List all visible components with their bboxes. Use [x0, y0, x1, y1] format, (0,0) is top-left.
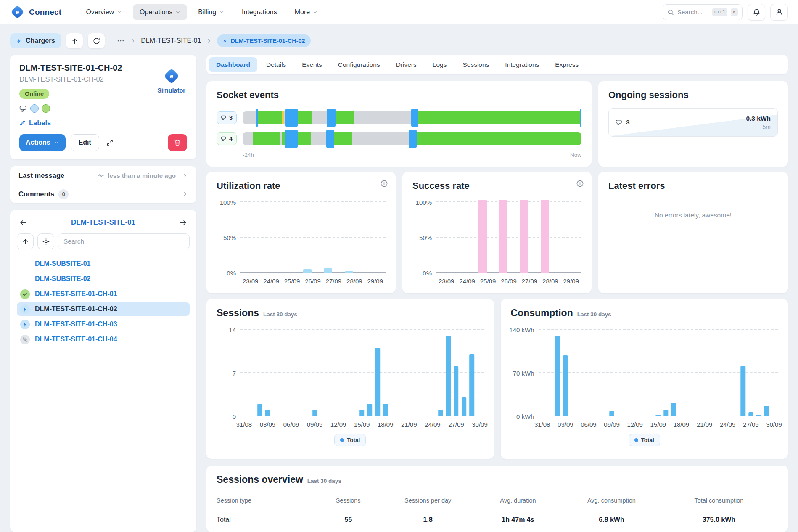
- tab-sessions[interactable]: Sessions: [455, 57, 496, 72]
- bar-slot: [256, 324, 264, 416]
- tree-locate-button[interactable]: [37, 233, 54, 249]
- bar[interactable]: [303, 269, 312, 273]
- bar[interactable]: [520, 200, 528, 273]
- y-tick-label: 0%: [227, 270, 236, 277]
- legend-total[interactable]: Total: [334, 434, 366, 446]
- bar[interactable]: [469, 354, 474, 416]
- info-icon[interactable]: [576, 180, 584, 188]
- last-message-row[interactable]: Last message less than a minute ago: [10, 166, 196, 185]
- x-tick-label: 24/09: [720, 421, 736, 428]
- bar[interactable]: [345, 271, 353, 273]
- tree-search-input[interactable]: [58, 233, 190, 249]
- bar[interactable]: [265, 410, 270, 416]
- bar[interactable]: [438, 410, 443, 416]
- sidebar-item-dlm-test-site-01-ch-02[interactable]: DLM-TEST-SITE-01-CH-02: [17, 302, 190, 316]
- sidebar-item-dlm-subsite-02[interactable]: DLM-SUBSITE-02: [17, 272, 190, 286]
- breadcrumb-chargers-button[interactable]: Chargers: [10, 33, 61, 48]
- main-nav: OverviewOperationsBillingIntegrationsMor…: [79, 4, 325, 20]
- bar-slot: [240, 324, 248, 416]
- sidebar-item-dlm-test-site-01-ch-03[interactable]: DLM-TEST-SITE-01-CH-03: [17, 318, 190, 331]
- y-axis-labels: 1470: [217, 324, 240, 416]
- bar[interactable]: [462, 397, 467, 416]
- bar[interactable]: [312, 410, 317, 416]
- socket-badge: 3: [217, 111, 237, 124]
- bar[interactable]: [324, 268, 332, 273]
- bar[interactable]: [499, 200, 507, 273]
- bar[interactable]: [656, 415, 661, 416]
- navigate-up-button[interactable]: [66, 33, 83, 48]
- bar[interactable]: [367, 404, 373, 416]
- bars-layer: [240, 196, 386, 273]
- bar[interactable]: [748, 412, 753, 416]
- user-menu-button[interactable]: [770, 4, 788, 21]
- delete-button[interactable]: [168, 134, 187, 151]
- tab-dashboard[interactable]: Dashboard: [209, 57, 257, 72]
- sidebar-item-dlm-subsite-01[interactable]: DLM-SUBSITE-01: [17, 257, 190, 270]
- bar-slot: [302, 196, 323, 273]
- chevron-right-icon: [206, 38, 212, 44]
- bar[interactable]: [454, 366, 459, 416]
- status-badge: Online: [19, 89, 49, 99]
- nav-item-more[interactable]: More: [288, 4, 325, 20]
- bar[interactable]: [764, 406, 769, 416]
- tab-configurations[interactable]: Configurations: [331, 57, 387, 72]
- tab-details[interactable]: Details: [259, 57, 293, 72]
- refresh-button[interactable]: [88, 33, 105, 48]
- comments-row[interactable]: Comments 0: [10, 185, 196, 203]
- bar[interactable]: [756, 415, 761, 416]
- legend-total[interactable]: Total: [629, 434, 660, 446]
- socket-timeline[interactable]: [243, 132, 581, 145]
- tree-item-spacer: [20, 259, 30, 269]
- bar[interactable]: [555, 336, 560, 416]
- tab-express[interactable]: Express: [548, 57, 586, 72]
- bar[interactable]: [446, 336, 451, 416]
- nav-item-operations[interactable]: Operations: [133, 4, 187, 20]
- bar[interactable]: [383, 404, 388, 416]
- labels-link[interactable]: Labels: [19, 119, 187, 127]
- bar[interactable]: [541, 200, 549, 273]
- brand[interactable]: e Connect: [10, 5, 61, 19]
- bar[interactable]: [741, 366, 745, 416]
- bar[interactable]: [375, 348, 380, 416]
- expand-icon[interactable]: [106, 139, 114, 146]
- bar[interactable]: [671, 403, 676, 416]
- site-tree-title[interactable]: DLM-TEST-SITE-01: [27, 218, 179, 227]
- actions-button[interactable]: Actions: [19, 134, 66, 151]
- bar[interactable]: [563, 355, 568, 416]
- nav-item-billing[interactable]: Billing: [191, 4, 231, 20]
- breadcrumb-ellipsis-icon[interactable]: [116, 37, 125, 45]
- nav-item-overview[interactable]: Overview: [79, 4, 129, 20]
- edit-button[interactable]: Edit: [71, 134, 99, 151]
- bar-slot: [747, 324, 755, 416]
- tab-events[interactable]: Events: [295, 57, 329, 72]
- x-tick-label: 27/09: [448, 421, 464, 428]
- socket-4-status-dot[interactable]: [42, 104, 50, 113]
- search-input[interactable]: Search... Ctrl K: [663, 4, 743, 20]
- tab-drivers[interactable]: Drivers: [389, 57, 424, 72]
- ongoing-session-item[interactable]: 3 0.3 kWh 5m: [608, 108, 778, 137]
- dashboard-row-2: Utilization rate 100%50%0%23/0924/0925/0…: [206, 172, 788, 292]
- info-icon[interactable]: [380, 180, 388, 188]
- comments-count-badge: 0: [58, 189, 69, 199]
- bar[interactable]: [257, 404, 262, 416]
- previous-site-button[interactable]: [19, 219, 27, 227]
- bar[interactable]: [609, 411, 614, 416]
- breadcrumb-current-charger[interactable]: DLM-TEST-SITE-01-CH-02: [217, 34, 310, 47]
- socket-timeline[interactable]: [243, 111, 581, 124]
- bar[interactable]: [359, 410, 365, 416]
- tab-logs[interactable]: Logs: [425, 57, 454, 72]
- bar[interactable]: [478, 200, 487, 273]
- last-message-label: Last message: [18, 172, 64, 180]
- sidebar-item-dlm-test-site-01-ch-04[interactable]: DLM-TEST-SITE-01-CH-04: [17, 333, 190, 346]
- tree-up-button[interactable]: [17, 233, 34, 249]
- socket-3-status-dot[interactable]: [30, 104, 39, 113]
- breadcrumb-site-link[interactable]: DLM-TEST-SITE-01: [141, 37, 201, 45]
- sidebar-item-dlm-test-site-01-ch-01[interactable]: DLM-TEST-SITE-01-CH-01: [17, 287, 190, 301]
- bar[interactable]: [663, 410, 668, 416]
- notifications-button[interactable]: [748, 4, 765, 21]
- next-site-button[interactable]: [179, 219, 187, 227]
- nav-item-integrations[interactable]: Integrations: [235, 4, 284, 20]
- socket-events-row: 4: [217, 129, 581, 148]
- tab-integrations[interactable]: Integrations: [498, 57, 546, 72]
- bar[interactable]: [679, 416, 684, 416]
